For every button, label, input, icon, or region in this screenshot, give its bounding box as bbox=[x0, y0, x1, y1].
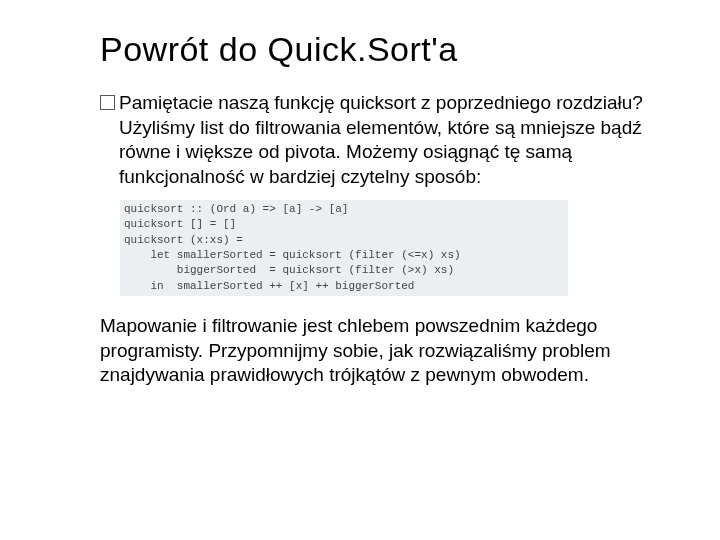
code-block: quicksort :: (Ord a) => [a] -> [a] quick… bbox=[120, 200, 568, 296]
square-bullet-icon bbox=[100, 95, 115, 110]
closing-paragraph: Mapowanie i filtrowanie jest chlebem pow… bbox=[100, 314, 655, 388]
bullet-text: Pamiętacie naszą funkcję quicksort z pop… bbox=[119, 91, 655, 190]
slide-title: Powrót do Quick.Sort'a bbox=[100, 30, 655, 69]
bullet-lead: Pamiętacie bbox=[119, 92, 213, 113]
bullet-item: Pamiętacie naszą funkcję quicksort z pop… bbox=[100, 91, 655, 190]
slide: Powrót do Quick.Sort'a Pamiętacie naszą … bbox=[0, 0, 720, 540]
